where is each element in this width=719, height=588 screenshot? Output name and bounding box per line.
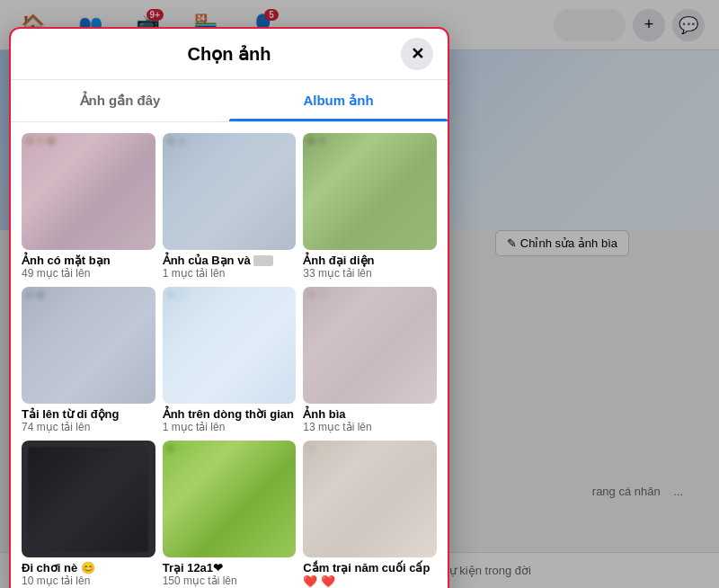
thumb-pattern-4 xyxy=(22,287,155,404)
modal-header: Chọn ảnh ✕ xyxy=(11,29,448,80)
modal-close-button[interactable]: ✕ xyxy=(401,38,433,70)
thumb-pattern-9 xyxy=(303,441,437,557)
album-thumb-9 xyxy=(303,441,437,557)
album-name-7: Đi chơi nè 😊 xyxy=(22,561,155,575)
thumb-pattern-5 xyxy=(163,287,297,404)
album-item-1[interactable]: Ảnh có mặt bạn 49 mục tải lên xyxy=(22,133,155,280)
album-item-6[interactable]: Ảnh bìa 13 mục tải lên xyxy=(303,287,437,433)
thumb-pattern-1 xyxy=(22,133,155,250)
album-thumb-6 xyxy=(303,287,437,404)
album-count-4: 74 mục tải lên xyxy=(22,421,155,433)
album-name-6: Ảnh bìa xyxy=(303,407,437,421)
album-count-6: 13 mục tải lên xyxy=(303,421,437,433)
album-item-4[interactable]: Tải lên từ di động 74 mục tải lên xyxy=(22,287,155,433)
modal-title: Chọn ảnh xyxy=(188,43,271,65)
album-thumb-7 xyxy=(22,441,155,557)
album-thumb-2 xyxy=(163,133,297,250)
album-name-3: Ảnh đại diện xyxy=(303,254,437,267)
album-emoji-9: ❤️ xyxy=(321,575,335,588)
album-thumb-5 xyxy=(163,287,297,404)
album-thumb-4 xyxy=(22,287,155,404)
album-thumb-3 xyxy=(303,133,437,250)
album-thumb-1 xyxy=(22,133,155,250)
thumb-pattern-2 xyxy=(163,133,297,250)
thumb-pattern-6 xyxy=(303,287,437,404)
album-item-2[interactable]: Ảnh của Bạn và ■■ 1 mục tải lên xyxy=(163,133,297,280)
album-item-3[interactable]: Ảnh đại diện 33 mục tải lên xyxy=(303,133,437,280)
album-name-8: Trại 12a1❤ xyxy=(163,561,297,575)
album-count-7: 10 mục tải lên xyxy=(22,575,155,587)
album-count-2: 1 mục tải lên xyxy=(163,267,297,280)
tab-recent-photos[interactable]: Ảnh gần đây xyxy=(11,80,229,121)
album-item-7[interactable]: Đi chơi nè 😊 10 mục tải lên xyxy=(22,441,155,588)
album-grid: Ảnh có mặt bạn 49 mục tải lên Ảnh của Bạ… xyxy=(22,133,437,588)
album-thumb-8 xyxy=(163,441,297,557)
album-item-8[interactable]: Trại 12a1❤ 150 mục tải lên xyxy=(163,441,297,588)
album-name-9: Cắm trại năm cuối cấp ❤️ ❤️ xyxy=(303,561,437,588)
modal-tabs: Ảnh gần đây Album ảnh xyxy=(11,80,448,122)
album-name-extra: ■■ xyxy=(253,255,272,266)
modal-body: Ảnh có mặt bạn 49 mục tải lên Ảnh của Bạ… xyxy=(11,122,448,588)
album-count-8: 150 mục tải lên xyxy=(163,575,297,587)
album-item-5[interactable]: Ảnh trên dòng thời gian 1 mục tải lên xyxy=(163,287,297,433)
album-name-2: Ảnh của Bạn và ■■ xyxy=(163,254,297,267)
album-name-4: Tải lên từ di động xyxy=(22,407,155,421)
album-item-9[interactable]: Cắm trại năm cuối cấp ❤️ ❤️ xyxy=(303,441,437,588)
thumb-pattern-8 xyxy=(163,441,297,557)
tab-albums[interactable]: Album ảnh xyxy=(229,80,448,121)
album-count-1: 49 mục tải lên xyxy=(22,267,155,280)
album-name-5: Ảnh trên dòng thời gian xyxy=(163,407,297,421)
choose-photo-modal: Chọn ảnh ✕ Ảnh gần đây Album ảnh Ảnh có … xyxy=(9,27,449,588)
album-count-5: 1 mục tải lên xyxy=(163,421,297,433)
album-count-3: 33 mục tải lên xyxy=(303,267,437,280)
thumb-pattern-3 xyxy=(303,133,437,250)
album-name-1: Ảnh có mặt bạn xyxy=(22,254,155,267)
